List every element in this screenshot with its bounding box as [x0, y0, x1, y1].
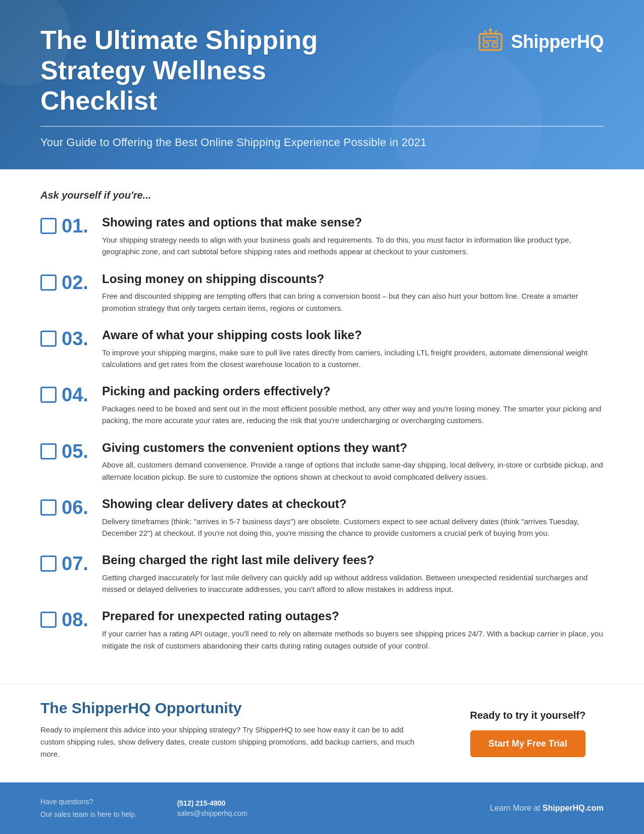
item-content-2: Losing money on shipping discounts? Free… — [102, 272, 604, 314]
checkbox-num-2: 02. — [40, 272, 92, 292]
ask-label: Ask yourself if you're... — [40, 190, 604, 201]
checklist-item-1: 01. Showing rates and options that make … — [40, 215, 604, 257]
item-desc-5: Above all, customers demand convenience.… — [102, 459, 604, 483]
header-top: The Ultimate Shipping Strategy Wellness … — [40, 25, 604, 116]
footer-phone: (512) 215-4900 — [177, 799, 247, 807]
item-content-8: Prepared for unexpected rating outages? … — [102, 609, 604, 651]
svg-line-6 — [484, 31, 486, 33]
footer-brand: ShipperHQ.com — [542, 804, 604, 812]
start-trial-button[interactable]: Start My Free Trial — [470, 730, 585, 757]
item-number-3: 03. — [62, 329, 92, 348]
item-title-7: Being charged the right last mile delive… — [102, 553, 604, 568]
item-title-6: Showing clear delivery dates at checkout… — [102, 497, 604, 512]
footer-email: sales@shipperhq.com — [177, 809, 247, 817]
item-desc-8: If your carrier has a rating API outage,… — [102, 628, 604, 652]
checklist-item-5: 05. Giving customers the convenient opti… — [40, 441, 604, 483]
footer-left: Have questions? Our sales team is here t… — [40, 797, 247, 820]
opportunity-section: The ShipperHQ Opportunity Ready to imple… — [0, 684, 644, 782]
checkbox-num-8: 08. — [40, 609, 92, 629]
item-content-7: Being charged the right last mile delive… — [102, 553, 604, 595]
item-number-5: 05. — [62, 442, 92, 461]
checkbox-num-1: 01. — [40, 215, 92, 236]
item-content-3: Aware of what your shipping costs look l… — [102, 328, 604, 370]
item-title-5: Giving customers the convenient options … — [102, 441, 604, 455]
svg-line-7 — [494, 31, 497, 33]
checkbox-8[interactable] — [40, 612, 57, 628]
item-number-6: 06. — [62, 498, 92, 517]
checkbox-7[interactable] — [40, 555, 57, 572]
item-number-4: 04. — [62, 385, 92, 404]
checkbox-3[interactable] — [40, 331, 57, 347]
shipperhq-logo-icon — [476, 28, 505, 56]
checkbox-num-4: 04. — [40, 384, 92, 404]
item-title-1: Showing rates and options that make sens… — [102, 215, 604, 230]
header-subtitle: Your Guide to Offering the Best Online S… — [40, 136, 604, 149]
svg-rect-2 — [483, 43, 488, 47]
checkbox-1[interactable] — [40, 218, 57, 234]
checkbox-num-7: 07. — [40, 553, 92, 573]
item-title-8: Prepared for unexpected rating outages? — [102, 609, 604, 624]
item-desc-2: Free and discounted shipping are temptin… — [102, 290, 604, 314]
page-title: The Ultimate Shipping Strategy Wellness … — [40, 25, 384, 116]
footer: Have questions? Our sales team is here t… — [0, 782, 644, 834]
item-desc-7: Getting charged inaccurately for last mi… — [102, 572, 604, 595]
checklist-item-7: 07. Being charged the right last mile de… — [40, 553, 604, 595]
main-content: Ask yourself if you're... 01. Showing ra… — [0, 169, 644, 684]
item-title-2: Losing money on shipping discounts? — [102, 272, 604, 287]
checkbox-2[interactable] — [40, 274, 57, 291]
checkbox-num-3: 03. — [40, 328, 92, 348]
item-content-5: Giving customers the convenient options … — [102, 441, 604, 483]
checkbox-num-5: 05. — [40, 441, 92, 461]
item-content-6: Showing clear delivery dates at checkout… — [102, 497, 604, 539]
checklist-container: 01. Showing rates and options that make … — [40, 215, 604, 651]
footer-contact-line2: Our sales team is here to help. — [40, 809, 137, 820]
svg-rect-1 — [483, 37, 498, 41]
item-number-1: 01. — [62, 216, 92, 236]
checklist-item-8: 08. Prepared for unexpected rating outag… — [40, 609, 604, 651]
opportunity-left: The ShipperHQ Opportunity Ready to imple… — [40, 700, 422, 760]
item-desc-1: Your shipping strategy needs to align wi… — [102, 234, 604, 258]
page: The Ultimate Shipping Strategy Wellness … — [0, 0, 644, 834]
checklist-item-2: 02. Losing money on shipping discounts? … — [40, 272, 604, 314]
header-section: The Ultimate Shipping Strategy Wellness … — [0, 0, 644, 169]
item-content-1: Showing rates and options that make sens… — [102, 215, 604, 257]
checklist-item-6: 06. Showing clear delivery dates at chec… — [40, 497, 604, 539]
item-number-8: 08. — [62, 610, 92, 629]
checkbox-5[interactable] — [40, 443, 57, 459]
checklist-item-4: 04. Picking and packing orders effective… — [40, 384, 604, 426]
svg-point-5 — [489, 28, 492, 31]
item-number-7: 07. — [62, 554, 92, 573]
checkbox-num-6: 06. — [40, 497, 92, 517]
item-number-2: 02. — [62, 273, 92, 292]
ready-label: Ready to try it yourself? — [470, 710, 586, 721]
item-content-4: Picking and packing orders effectively? … — [102, 384, 604, 426]
svg-rect-3 — [492, 43, 498, 47]
footer-learn-more-text: Learn More at — [490, 804, 542, 812]
opportunity-inner: The ShipperHQ Opportunity Ready to imple… — [40, 700, 604, 767]
opportunity-right: Ready to try it yourself? Start My Free … — [452, 700, 604, 767]
logo-area: ShipperHQ — [476, 25, 604, 56]
opportunity-desc: Ready to implement this advice into your… — [40, 724, 422, 760]
item-desc-3: To improve your shipping margins, make s… — [102, 347, 604, 370]
item-title-3: Aware of what your shipping costs look l… — [102, 328, 604, 343]
checkbox-4[interactable] — [40, 387, 57, 403]
footer-phone-col: (512) 215-4900 sales@shipperhq.com — [177, 799, 247, 817]
item-desc-4: Packages need to be boxed and sent out i… — [102, 403, 604, 427]
item-title-4: Picking and packing orders effectively? — [102, 384, 604, 399]
checkbox-6[interactable] — [40, 499, 57, 516]
header-divider — [40, 126, 604, 127]
item-desc-6: Delivery timeframes (think: "arrives in … — [102, 516, 604, 539]
footer-learn-more: Learn More at ShipperHQ.com — [490, 804, 604, 813]
checklist-item-3: 03. Aware of what your shipping costs lo… — [40, 328, 604, 370]
logo-text: ShipperHQ — [511, 31, 604, 53]
footer-contact: Have questions? Our sales team is here t… — [40, 797, 137, 820]
footer-contact-line1: Have questions? — [40, 797, 137, 807]
opportunity-title: The ShipperHQ Opportunity — [40, 700, 422, 717]
